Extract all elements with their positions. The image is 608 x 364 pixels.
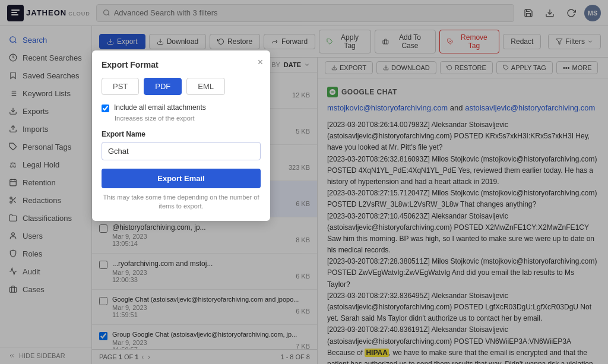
format-eml-button[interactable]: EML [186, 78, 225, 95]
export-email-button[interactable]: Export Email [102, 169, 261, 188]
modal-overlay[interactable]: Export Format × PST PDF EML Include all … [0, 0, 608, 364]
attachments-checkbox-row: Include all email attachments [102, 103, 261, 112]
modal-title: Export Format [102, 60, 261, 69]
attachments-hint: Increases size of the export [115, 115, 261, 122]
export-modal: Export Format × PST PDF EML Include all … [92, 50, 270, 221]
attachments-label: Include all email attachments [114, 103, 206, 112]
attachments-checkbox[interactable] [102, 105, 109, 112]
format-pdf-button[interactable]: PDF [144, 78, 182, 95]
export-name-input[interactable] [102, 142, 261, 160]
format-buttons: PST PDF EML [102, 78, 261, 95]
modal-close-button[interactable]: × [258, 58, 263, 67]
format-pst-button[interactable]: PST [102, 78, 139, 95]
export-name-label: Export Name [102, 130, 261, 138]
export-hint: This may take some time depending on the… [102, 193, 261, 211]
